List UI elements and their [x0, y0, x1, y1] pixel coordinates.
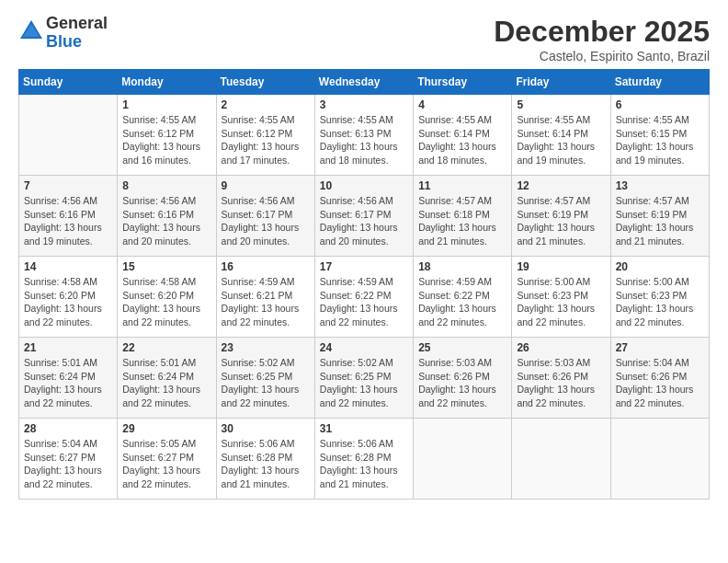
day-info: Sunrise: 4:55 AMSunset: 6:14 PMDaylight:… [418, 113, 506, 167]
calendar-header: SundayMondayTuesdayWednesdayThursdayFrid… [19, 70, 710, 95]
day-number: 30 [222, 422, 310, 435]
day-number: 10 [320, 179, 408, 192]
day-number: 28 [24, 422, 112, 435]
header-row: SundayMondayTuesdayWednesdayThursdayFrid… [19, 70, 710, 95]
day-number: 26 [517, 341, 605, 354]
day-cell: 13Sunrise: 4:57 AMSunset: 6:19 PMDayligh… [610, 176, 709, 257]
day-cell: 30Sunrise: 5:06 AMSunset: 6:28 PMDayligh… [216, 419, 314, 500]
logo-blue: Blue [46, 32, 82, 51]
logo: General Blue [18, 15, 108, 52]
day-cell: 27Sunrise: 5:04 AMSunset: 6:26 PMDayligh… [610, 338, 709, 419]
day-info: Sunrise: 4:59 AMSunset: 6:21 PMDaylight:… [222, 275, 310, 329]
day-number: 17 [320, 260, 408, 273]
day-cell: 8Sunrise: 4:56 AMSunset: 6:16 PMDaylight… [118, 176, 216, 257]
day-info: Sunrise: 4:57 AMSunset: 6:19 PMDaylight:… [616, 194, 704, 248]
day-number: 29 [122, 422, 210, 435]
day-info: Sunrise: 5:06 AMSunset: 6:28 PMDaylight:… [320, 437, 408, 491]
day-number: 11 [418, 179, 506, 192]
title-block: December 2025 Castelo, Espirito Santo, B… [494, 15, 710, 63]
day-info: Sunrise: 5:04 AMSunset: 6:27 PMDaylight:… [24, 437, 112, 491]
week-row-5: 28Sunrise: 5:04 AMSunset: 6:27 PMDayligh… [19, 419, 710, 500]
day-cell: 5Sunrise: 4:55 AMSunset: 6:14 PMDaylight… [512, 95, 610, 176]
day-number: 13 [616, 179, 704, 192]
day-number: 18 [418, 260, 506, 273]
day-cell: 10Sunrise: 4:56 AMSunset: 6:17 PMDayligh… [314, 176, 413, 257]
day-number: 1 [122, 98, 210, 111]
day-number: 21 [24, 341, 112, 354]
day-cell: 17Sunrise: 4:59 AMSunset: 6:22 PMDayligh… [314, 257, 413, 338]
day-cell: 12Sunrise: 4:57 AMSunset: 6:19 PMDayligh… [512, 176, 610, 257]
day-info: Sunrise: 5:00 AMSunset: 6:23 PMDaylight:… [517, 275, 605, 329]
header-cell-sunday: Sunday [19, 70, 118, 95]
day-info: Sunrise: 4:57 AMSunset: 6:18 PMDaylight:… [418, 194, 506, 248]
day-cell: 19Sunrise: 5:00 AMSunset: 6:23 PMDayligh… [512, 257, 610, 338]
week-row-4: 21Sunrise: 5:01 AMSunset: 6:24 PMDayligh… [19, 338, 710, 419]
day-info: Sunrise: 5:06 AMSunset: 6:28 PMDaylight:… [222, 437, 310, 491]
day-number: 4 [418, 98, 506, 111]
day-number: 6 [616, 98, 704, 111]
day-info: Sunrise: 5:01 AMSunset: 6:24 PMDaylight:… [122, 356, 210, 410]
day-cell: 21Sunrise: 5:01 AMSunset: 6:24 PMDayligh… [19, 338, 118, 419]
day-cell: 26Sunrise: 5:03 AMSunset: 6:26 PMDayligh… [512, 338, 610, 419]
day-cell [512, 419, 610, 500]
week-row-3: 14Sunrise: 4:58 AMSunset: 6:20 PMDayligh… [19, 257, 710, 338]
day-number: 22 [122, 341, 210, 354]
day-cell: 18Sunrise: 4:59 AMSunset: 6:22 PMDayligh… [414, 257, 512, 338]
day-number: 31 [320, 422, 408, 435]
day-number: 19 [517, 260, 605, 273]
day-cell: 1Sunrise: 4:55 AMSunset: 6:12 PMDaylight… [118, 95, 216, 176]
day-info: Sunrise: 4:58 AMSunset: 6:20 PMDaylight:… [122, 275, 210, 329]
day-info: Sunrise: 5:02 AMSunset: 6:25 PMDaylight:… [222, 356, 310, 410]
day-info: Sunrise: 5:03 AMSunset: 6:26 PMDaylight:… [418, 356, 506, 410]
day-cell: 11Sunrise: 4:57 AMSunset: 6:18 PMDayligh… [414, 176, 512, 257]
day-number: 20 [616, 260, 704, 273]
day-info: Sunrise: 4:59 AMSunset: 6:22 PMDaylight:… [320, 275, 408, 329]
day-info: Sunrise: 5:00 AMSunset: 6:23 PMDaylight:… [616, 275, 704, 329]
day-cell: 29Sunrise: 5:05 AMSunset: 6:27 PMDayligh… [118, 419, 216, 500]
day-cell: 14Sunrise: 4:58 AMSunset: 6:20 PMDayligh… [19, 257, 118, 338]
day-cell: 2Sunrise: 4:55 AMSunset: 6:12 PMDaylight… [216, 95, 314, 176]
day-cell: 22Sunrise: 5:01 AMSunset: 6:24 PMDayligh… [118, 338, 216, 419]
day-number: 24 [320, 341, 408, 354]
day-info: Sunrise: 4:56 AMSunset: 6:16 PMDaylight:… [122, 194, 210, 248]
day-number: 25 [418, 341, 506, 354]
day-cell [19, 95, 118, 176]
header-cell-monday: Monday [118, 70, 216, 95]
month-title: December 2025 [494, 15, 710, 49]
header-cell-thursday: Thursday [414, 70, 512, 95]
day-info: Sunrise: 5:02 AMSunset: 6:25 PMDaylight:… [320, 356, 408, 410]
logo-icon [18, 18, 44, 44]
day-cell [414, 419, 512, 500]
page: General Blue December 2025 Castelo, Espi… [0, 0, 728, 563]
header-cell-tuesday: Tuesday [216, 70, 314, 95]
day-info: Sunrise: 4:57 AMSunset: 6:19 PMDaylight:… [517, 194, 605, 248]
header-cell-friday: Friday [512, 70, 610, 95]
logo-general: General [46, 14, 108, 32]
day-info: Sunrise: 4:55 AMSunset: 6:13 PMDaylight:… [320, 113, 408, 167]
day-number: 15 [122, 260, 210, 273]
day-cell: 9Sunrise: 4:56 AMSunset: 6:17 PMDaylight… [216, 176, 314, 257]
day-number: 7 [24, 179, 112, 192]
day-info: Sunrise: 4:55 AMSunset: 6:12 PMDaylight:… [122, 113, 210, 167]
day-cell: 7Sunrise: 4:56 AMSunset: 6:16 PMDaylight… [19, 176, 118, 257]
day-cell: 6Sunrise: 4:55 AMSunset: 6:15 PMDaylight… [610, 95, 709, 176]
day-cell: 23Sunrise: 5:02 AMSunset: 6:25 PMDayligh… [216, 338, 314, 419]
day-info: Sunrise: 5:04 AMSunset: 6:26 PMDaylight:… [616, 356, 704, 410]
day-info: Sunrise: 4:55 AMSunset: 6:14 PMDaylight:… [517, 113, 605, 167]
day-cell: 20Sunrise: 5:00 AMSunset: 6:23 PMDayligh… [610, 257, 709, 338]
day-number: 8 [122, 179, 210, 192]
day-cell [610, 419, 709, 500]
day-info: Sunrise: 5:01 AMSunset: 6:24 PMDaylight:… [24, 356, 112, 410]
week-row-2: 7Sunrise: 4:56 AMSunset: 6:16 PMDaylight… [19, 176, 710, 257]
day-info: Sunrise: 4:56 AMSunset: 6:17 PMDaylight:… [320, 194, 408, 248]
day-number: 9 [222, 179, 310, 192]
day-info: Sunrise: 4:55 AMSunset: 6:12 PMDaylight:… [222, 113, 310, 167]
day-number: 3 [320, 98, 408, 111]
header-cell-wednesday: Wednesday [314, 70, 413, 95]
header: General Blue December 2025 Castelo, Espi… [18, 15, 710, 63]
day-cell: 3Sunrise: 4:55 AMSunset: 6:13 PMDaylight… [314, 95, 413, 176]
calendar-table: SundayMondayTuesdayWednesdayThursdayFrid… [18, 69, 710, 500]
day-info: Sunrise: 4:56 AMSunset: 6:17 PMDaylight:… [222, 194, 310, 248]
day-info: Sunrise: 5:03 AMSunset: 6:26 PMDaylight:… [517, 356, 605, 410]
day-number: 27 [616, 341, 704, 354]
